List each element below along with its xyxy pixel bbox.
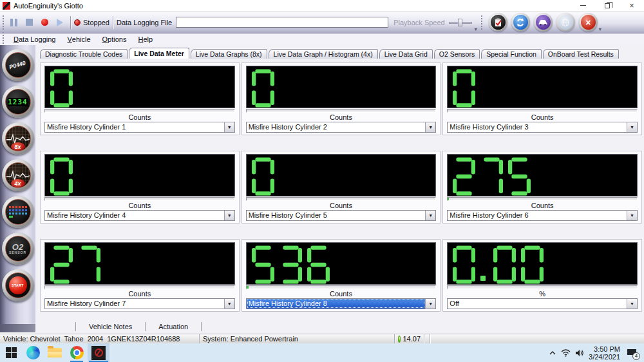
sidebar-o2-button[interactable]: O2SENSOR: [2, 233, 34, 265]
sidebar-meter-button[interactable]: 1234: [2, 86, 34, 118]
tab-special-function[interactable]: Special Function: [481, 49, 542, 59]
status-vehicle: Vehicle: Chevrolet Tahoe 2004 1GNEK13Z04…: [0, 334, 200, 343]
meter-unit-label: Counts: [447, 201, 638, 210]
dropdown-selected-value[interactable]: Misfire History Cylinder 1: [45, 122, 224, 132]
close-button[interactable]: ×: [620, 0, 644, 11]
restore-button[interactable]: [595, 0, 620, 11]
toolbar-overflow-icon[interactable]: ▾: [599, 26, 601, 32]
disconnect-button[interactable]: ×: [579, 13, 598, 32]
dropdown-arrow-button[interactable]: ▼: [425, 122, 435, 132]
meter-panel-9: % Off ▼: [442, 239, 642, 312]
tab-onboard-test-results[interactable]: OnBoard Test Results: [543, 49, 619, 59]
taskbar-clock[interactable]: 3:50 PM 3/24/2021: [589, 345, 620, 361]
play-button[interactable]: [54, 17, 66, 28]
stopped-status-icon: [74, 19, 80, 26]
pause-icon: [10, 19, 17, 26]
sidebar-graph-8x-button[interactable]: 8x: [2, 122, 34, 155]
tab-live-data-graphs-8x[interactable]: Live Data Graphs (8x): [191, 49, 267, 59]
toolbar-gripper[interactable]: [2, 15, 5, 30]
record-button[interactable]: [39, 17, 50, 28]
dropdown-selected-value[interactable]: Misfire History Cylinder 2: [247, 122, 426, 132]
sidebar-dtc-button[interactable]: P0440: [2, 49, 34, 81]
parameter-dropdown[interactable]: Misfire History Cylinder 4 ▼: [44, 210, 235, 221]
menu-vehicle[interactable]: Vehicle: [61, 33, 96, 45]
bottom-tab-vehicle-notes[interactable]: Vehicle Notes: [75, 322, 146, 331]
parameter-dropdown[interactable]: Misfire History Cylinder 3 ▼: [447, 122, 638, 133]
internet-button[interactable]: [556, 13, 575, 32]
meter-panel-7: Counts Misfire History Cylinder 7 ▼: [40, 239, 240, 312]
chevron-down-icon: ▼: [428, 213, 433, 218]
tab-live-data-graph-histogram-4x[interactable]: Live Data Graph / Histogram (4x): [269, 49, 378, 59]
stop-button[interactable]: [23, 17, 35, 28]
tab-o2-sensors[interactable]: O2 Sensors: [434, 49, 480, 59]
parameter-dropdown[interactable]: Misfire History Cylinder 5 ▼: [246, 210, 437, 221]
sidebar-graph-4x-button[interactable]: 4x: [2, 159, 34, 191]
logging-file-input[interactable]: [176, 17, 388, 28]
speaker-icon[interactable]: [575, 349, 584, 357]
report-button[interactable]: [489, 13, 507, 32]
dropdown-selected-value[interactable]: Misfire History Cylinder 7: [45, 299, 224, 309]
menu-help[interactable]: Help: [132, 33, 158, 45]
connect-vehicle-button[interactable]: [534, 13, 553, 32]
taskbar-giotto-button[interactable]: [88, 343, 109, 362]
menu-options[interactable]: Options: [97, 33, 133, 45]
chevron-down-icon: ▼: [428, 301, 433, 306]
slider-thumb[interactable]: [458, 19, 462, 26]
taskbar: 3:50 PM 3/24/2021 4: [0, 343, 644, 362]
stop-icon: [26, 19, 33, 26]
notification-center-button[interactable]: 4: [625, 346, 639, 360]
meter-unit-label: Counts: [44, 201, 235, 210]
parameter-dropdown[interactable]: Off ▼: [447, 298, 638, 309]
minimize-button[interactable]: [571, 0, 595, 11]
tray-chevron-icon[interactable]: [549, 350, 556, 356]
grid-icon: [5, 199, 31, 225]
tab-live-data-grid[interactable]: Live Data Grid: [379, 49, 433, 59]
bottom-tab-actuation[interactable]: Actuation: [146, 322, 202, 331]
meter-panel-1: Counts Misfire History Cylinder 1 ▼: [40, 62, 240, 135]
parameter-dropdown[interactable]: Misfire History Cylinder 1 ▼: [44, 122, 235, 133]
toolbar-overflow-icon[interactable]: ▾: [475, 26, 477, 32]
taskbar-chrome-button[interactable]: [66, 343, 88, 362]
taskbar-explorer-button[interactable]: [44, 343, 66, 362]
dropdown-selected-value[interactable]: Misfire History Cylinder 8: [247, 299, 426, 309]
edge-icon: [26, 346, 40, 359]
clock-time: 3:50 PM: [589, 345, 620, 353]
tab-diagnostic-trouble-codes[interactable]: Diagnostic Trouble Codes: [40, 49, 128, 59]
sidebar-grid-button[interactable]: [2, 196, 34, 228]
pause-button[interactable]: [8, 17, 19, 28]
dropdown-arrow-button[interactable]: ▼: [224, 122, 234, 132]
start-menu-button[interactable]: [0, 343, 22, 362]
menu-bar-items: Data LoggingVehicleOptionsHelp: [8, 33, 158, 45]
dropdown-arrow-button[interactable]: ▼: [425, 299, 435, 309]
status-bar: Vehicle: Chevrolet Tahoe 2004 1GNEK13Z04…: [0, 334, 644, 343]
chrome-icon: [70, 346, 84, 359]
dropdown-arrow-button[interactable]: ▼: [425, 211, 435, 220]
parameter-dropdown[interactable]: Misfire History Cylinder 8 ▼: [246, 298, 437, 309]
taskbar-edge-button[interactable]: [22, 343, 44, 362]
parameter-dropdown[interactable]: Misfire History Cylinder 7 ▼: [44, 298, 235, 309]
wifi-icon[interactable]: [561, 349, 571, 357]
dropdown-selected-value[interactable]: Misfire History Cylinder 5: [247, 211, 426, 220]
dropdown-arrow-button[interactable]: ▼: [627, 211, 637, 220]
menu-data-logging[interactable]: Data Logging: [8, 33, 61, 45]
playback-speed-slider[interactable]: [448, 18, 473, 27]
meter-progress-fill: [247, 286, 249, 289]
meter-icon: 1234: [5, 89, 31, 115]
toolbar-gripper[interactable]: [480, 15, 483, 30]
dropdown-arrow-button[interactable]: ▼: [627, 122, 637, 132]
parameter-dropdown[interactable]: Misfire History Cylinder 2 ▼: [246, 122, 437, 133]
dropdown-arrow-button[interactable]: ▼: [627, 299, 637, 309]
meter-panel-2: Counts Misfire History Cylinder 2 ▼: [242, 62, 441, 135]
dropdown-arrow-button[interactable]: ▼: [224, 211, 234, 220]
toolbar-separator: [70, 16, 71, 29]
dropdown-arrow-button[interactable]: ▼: [224, 299, 234, 309]
dropdown-selected-value[interactable]: Off: [448, 299, 627, 309]
meter-unit-label: Counts: [44, 113, 235, 122]
dropdown-selected-value[interactable]: Misfire History Cylinder 3: [448, 122, 627, 132]
parameter-dropdown[interactable]: Misfire History Cylinder 6 ▼: [447, 210, 638, 221]
sync-button[interactable]: [511, 13, 530, 32]
dropdown-selected-value[interactable]: Misfire History Cylinder 6: [448, 211, 627, 220]
tab-live-data-meter[interactable]: Live Data Meter: [129, 48, 189, 59]
dropdown-selected-value[interactable]: Misfire History Cylinder 4: [45, 211, 224, 220]
sidebar-start-button[interactable]: START: [2, 269, 34, 301]
